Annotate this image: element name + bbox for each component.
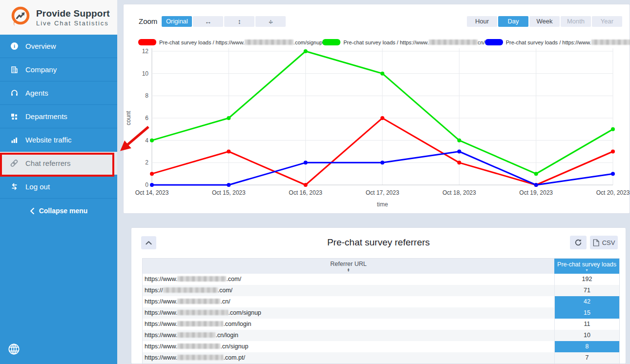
table-row: https://www..cn/signup 8 [143, 341, 619, 352]
referrer-url-cell: https://www..cn/login [143, 330, 554, 341]
bar-chart-icon [10, 136, 19, 144]
chart-legend: Pre-chat survey loads / https://www..com… [138, 39, 624, 45]
tab-week[interactable]: Week [529, 16, 560, 27]
legend-label: Pre-chat survey loads / https://www.cn/ [343, 40, 485, 45]
survey-loads-cell: 7 [554, 352, 619, 364]
referrer-url-cell: https://www..com.pt/ [143, 352, 554, 364]
svg-text:i: i [14, 43, 15, 49]
svg-text:Oct 15, 2023: Oct 15, 2023 [212, 189, 246, 196]
sidebar-item-label: Log out [25, 182, 50, 191]
referrer-url-cell: https://www..cn/signup [143, 341, 554, 352]
survey-loads-cell: 8 [554, 341, 619, 352]
zoom-button-group: Original↔↕↔↕ [162, 16, 287, 27]
referrers-table: Referrer URL ▲▼ Pre-chat survey loads ▼ … [142, 258, 620, 364]
move-arrow-icon: ↔↕ [267, 18, 274, 25]
legend-swatch [485, 39, 503, 45]
legend-swatch [322, 39, 340, 45]
logo-title: Provide Support [36, 8, 110, 19]
survey-loads-cell: 42 [554, 296, 619, 307]
legend-item: Pre-chat survey loads / https://www..cn/… [485, 39, 630, 45]
tab-month[interactable]: Month [561, 16, 591, 27]
sidebar-item-label: Agents [25, 89, 48, 97]
referrer-url-cell: https://www..com/signup [143, 307, 554, 319]
panel-title: Pre-chat survey referrers [131, 237, 626, 248]
survey-loads-cell: 11 [554, 319, 619, 330]
sidebar-item-label: Overview [25, 42, 56, 50]
csv-export-button[interactable]: CSV [590, 236, 618, 249]
zoom-original-button[interactable]: Original [162, 16, 192, 27]
horizontal-arrow-icon: ↔ [205, 18, 211, 25]
svg-text:8: 8 [145, 92, 148, 99]
zoom-arrow-h-button[interactable]: ↔ [193, 16, 223, 27]
sidebar-item-agents[interactable]: Agents [0, 81, 117, 105]
svg-text:Oct 18, 2023: Oct 18, 2023 [442, 189, 476, 196]
column-header-referrer-url[interactable]: Referrer URL ▲▼ [143, 259, 554, 274]
survey-loads-cell: 192 [554, 274, 619, 285]
sidebar-item-company[interactable]: Company [0, 58, 117, 81]
sidebar-item-log-out[interactable]: Log out [0, 175, 117, 199]
refresh-button[interactable] [570, 236, 587, 249]
vertical-arrow-icon: ↕ [238, 18, 241, 25]
censored-url [177, 310, 228, 315]
referrer-url-cell: https://.com/ [143, 285, 554, 296]
sidebar-nav: i Overview Company Agents Departments We… [0, 35, 117, 199]
line-chart[interactable]: Oct 14, 2023Oct 15, 2023Oct 16, 2023Oct … [124, 45, 630, 213]
survey-loads-cell: 10 [554, 330, 619, 341]
censored-url [591, 40, 630, 45]
sidebar-item-chat-referrers[interactable]: Chat referrers [0, 152, 117, 175]
chart-toolbar: Zoom Original↔↕↔↕ HourDayWeekMonthYear [139, 16, 623, 27]
file-icon [593, 239, 599, 246]
tab-year[interactable]: Year [592, 16, 622, 27]
logout-icon [10, 182, 19, 191]
sidebar-item-overview[interactable]: i Overview [0, 35, 117, 58]
table-row: https://www..com.pt/ 7 [143, 352, 619, 364]
legend-label: Pre-chat survey loads / https://www..cn/… [506, 40, 630, 45]
tab-hour[interactable]: Hour [467, 16, 497, 27]
censored-url [177, 321, 223, 326]
building-icon [10, 65, 19, 74]
sidebar: Provide Support Live Chat Statistics i O… [0, 0, 117, 364]
svg-text:time: time [377, 201, 388, 208]
svg-text:12: 12 [142, 48, 149, 55]
zoom-arrow-move-button[interactable]: ↔↕ [255, 16, 286, 27]
sort-icon: ▲▼ [347, 268, 350, 272]
chart-panel: Zoom Original↔↕↔↕ HourDayWeekMonthYear P… [123, 4, 630, 214]
svg-text:10: 10 [142, 70, 149, 77]
column-header-survey-loads[interactable]: Pre-chat survey loads ▼ [554, 259, 619, 274]
collapse-menu-button[interactable]: Collapse menu [0, 202, 117, 220]
zoom-label: Zoom [139, 17, 157, 25]
referrer-url-cell: https://www..com/login [143, 319, 554, 330]
refresh-icon [574, 239, 582, 246]
zoom-arrow-v-button[interactable]: ↕ [224, 16, 254, 27]
svg-text:Oct 20, 2023: Oct 20, 2023 [596, 189, 630, 196]
sidebar-item-departments[interactable]: Departments [0, 105, 117, 128]
sidebar-item-website-traffic[interactable]: Website traffic [0, 128, 117, 152]
headset-icon [10, 89, 19, 98]
censored-url [429, 40, 478, 45]
censored-url [177, 276, 226, 282]
collapse-menu-label: Collapse menu [39, 207, 88, 215]
provide-support-logo-icon [10, 6, 31, 29]
sort-descending-icon: ▼ [585, 268, 588, 272]
tab-day[interactable]: Day [498, 16, 528, 27]
censored-url [177, 355, 223, 360]
legend-item: Pre-chat survey loads / https://www..com… [138, 39, 322, 45]
svg-text:4: 4 [145, 137, 148, 144]
period-tab-group: HourDayWeekMonthYear [467, 16, 623, 27]
table-row: https://www..com/login 11 [143, 319, 619, 330]
censored-url [177, 299, 220, 304]
csv-label: CSV [602, 239, 615, 246]
svg-text:Oct 16, 2023: Oct 16, 2023 [289, 189, 322, 196]
svg-text:count: count [125, 111, 132, 125]
table-row: https://.com/ 71 [143, 285, 619, 296]
legend-item: Pre-chat survey loads / https://www.cn/ [322, 39, 485, 45]
legend-swatch [138, 39, 156, 45]
referrer-url-cell: https://www..cn/ [143, 296, 554, 307]
table-row: https://www..cn/login 10 [143, 330, 619, 341]
logo-subtitle: Live Chat Statistics [36, 20, 110, 27]
table-row: https://www..com/ 192 [143, 274, 619, 285]
table-row: https://www..cn/ 42 [143, 296, 619, 307]
censored-url [177, 344, 220, 349]
language-globe-icon[interactable] [7, 343, 21, 356]
svg-text:2: 2 [145, 159, 148, 166]
